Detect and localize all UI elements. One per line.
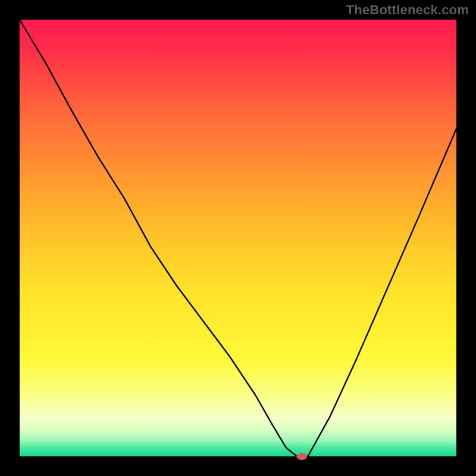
chart-frame: TheBottleneck.com [0,0,476,476]
plot-background [20,20,456,456]
bottleneck-plot [0,0,476,476]
minimum-marker [296,453,307,460]
